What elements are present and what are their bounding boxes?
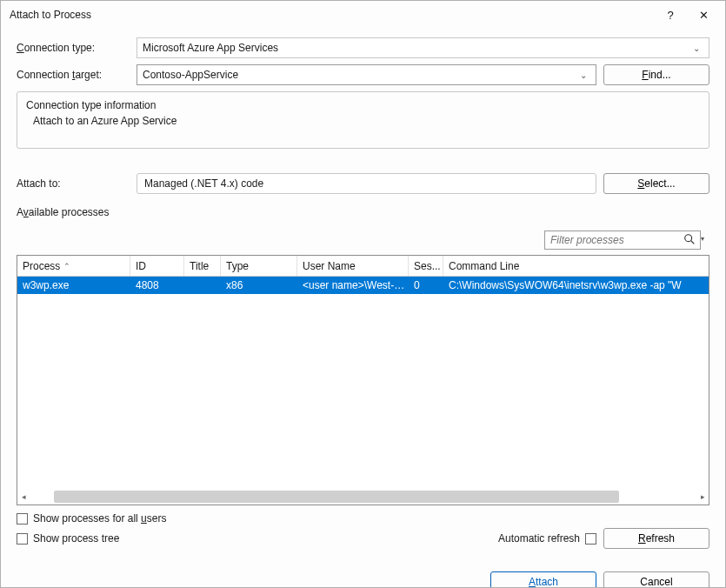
show-all-users-label: Show processes for all users bbox=[33, 512, 166, 525]
chevron-down-icon: ⌄ bbox=[576, 70, 590, 80]
cell-process: w3wp.exe bbox=[17, 277, 130, 294]
cell-title bbox=[184, 277, 221, 294]
connection-type-value: Microsoft Azure App Services bbox=[143, 42, 689, 54]
table-header: Process ⌃ ID Title Type User Name Ses...… bbox=[17, 256, 709, 277]
dropdown-icon[interactable]: ▾ bbox=[701, 235, 704, 243]
sort-asc-icon: ⌃ bbox=[63, 262, 70, 271]
cell-cmd: C:\Windows\SysWOW64\inetsrv\w3wp.exe -ap… bbox=[443, 277, 709, 294]
options-row-1: Show processes for all users bbox=[17, 512, 709, 525]
svg-line-1 bbox=[691, 241, 695, 244]
attach-to-value: Managed (.NET 4.x) code bbox=[144, 177, 263, 190]
search-icon[interactable] bbox=[683, 233, 696, 248]
connection-target-row: Connection target: Contoso-AppService ⌄ … bbox=[17, 64, 709, 85]
auto-refresh-checkbox[interactable] bbox=[585, 533, 596, 545]
connection-target-label: Connection target: bbox=[17, 69, 137, 81]
auto-refresh-label: Automatic refresh bbox=[498, 532, 580, 545]
connection-type-combo[interactable]: Microsoft Azure App Services ⌄ bbox=[137, 37, 709, 58]
show-process-tree-checkbox[interactable]: Show process tree bbox=[17, 532, 119, 545]
chevron-down-icon: ⌄ bbox=[689, 43, 703, 53]
connection-info-title: Connection type information bbox=[26, 99, 700, 111]
checkbox-icon bbox=[17, 513, 28, 525]
table-row[interactable]: w3wp.exe 4808 x86 <user name>\West-… 0 C… bbox=[17, 277, 709, 294]
dialog-content: Connection type: Microsoft Azure App Ser… bbox=[1, 29, 725, 588]
col-type[interactable]: Type bbox=[221, 256, 297, 276]
filter-row: ▾ bbox=[17, 231, 701, 250]
connection-target-combo[interactable]: Contoso-AppService ⌄ bbox=[137, 64, 596, 85]
filter-input[interactable] bbox=[544, 231, 701, 250]
options-row-2: Show process tree Automatic refresh Refr… bbox=[17, 528, 709, 549]
show-process-tree-label: Show process tree bbox=[33, 532, 119, 545]
horizontal-scrollbar[interactable]: ◂ ▸ bbox=[17, 489, 709, 504]
checkbox-icon bbox=[17, 533, 28, 545]
process-table: Process ⌃ ID Title Type User Name Ses...… bbox=[17, 255, 709, 505]
attach-to-field: Managed (.NET 4.x) code bbox=[137, 173, 596, 194]
scroll-left-icon[interactable]: ◂ bbox=[17, 492, 30, 501]
connection-type-label: Connection type: bbox=[17, 42, 137, 54]
connection-info-box: Connection type information Attach to an… bbox=[17, 91, 709, 149]
cell-type: x86 bbox=[221, 277, 297, 294]
refresh-button[interactable]: Refresh bbox=[603, 528, 709, 549]
cell-user: <user name>\West-… bbox=[297, 277, 409, 294]
connection-type-row: Connection type: Microsoft Azure App Ser… bbox=[17, 37, 709, 58]
scroll-right-icon[interactable]: ▸ bbox=[696, 492, 709, 501]
cell-session: 0 bbox=[409, 277, 443, 294]
show-all-users-checkbox[interactable]: Show processes for all users bbox=[17, 512, 166, 525]
auto-refresh-group: Automatic refresh bbox=[498, 532, 596, 545]
dialog-actions: Attach Cancel bbox=[17, 571, 709, 588]
filter-container: ▾ bbox=[544, 231, 701, 250]
help-icon[interactable]: ? bbox=[654, 3, 687, 27]
col-cmd[interactable]: Command Line bbox=[443, 256, 709, 276]
title-bar: Attach to Process ? ✕ bbox=[1, 1, 725, 29]
available-processes-label: Available processes bbox=[17, 206, 709, 218]
scroll-thumb[interactable] bbox=[54, 491, 619, 503]
find-button[interactable]: Find... bbox=[603, 64, 709, 85]
table-body: w3wp.exe 4808 x86 <user name>\West-… 0 C… bbox=[17, 277, 709, 489]
col-id[interactable]: ID bbox=[130, 256, 184, 276]
window-title: Attach to Process bbox=[10, 9, 654, 21]
col-user[interactable]: User Name bbox=[297, 256, 409, 276]
attach-to-row: Attach to: Managed (.NET 4.x) code Selec… bbox=[17, 173, 709, 194]
svg-point-0 bbox=[685, 235, 692, 242]
col-process[interactable]: Process ⌃ bbox=[17, 256, 130, 276]
connection-target-value: Contoso-AppService bbox=[143, 69, 576, 81]
col-session[interactable]: Ses... bbox=[409, 256, 443, 276]
scroll-track[interactable] bbox=[42, 489, 684, 504]
col-title[interactable]: Title bbox=[184, 256, 221, 276]
cell-id: 4808 bbox=[130, 277, 184, 294]
attach-to-label: Attach to: bbox=[17, 177, 137, 190]
close-icon[interactable]: ✕ bbox=[687, 3, 720, 27]
connection-info-text: Attach to an Azure App Service bbox=[26, 115, 700, 127]
cancel-button[interactable]: Cancel bbox=[603, 571, 709, 588]
select-button[interactable]: Select... bbox=[603, 173, 709, 194]
attach-button[interactable]: Attach bbox=[490, 571, 596, 588]
